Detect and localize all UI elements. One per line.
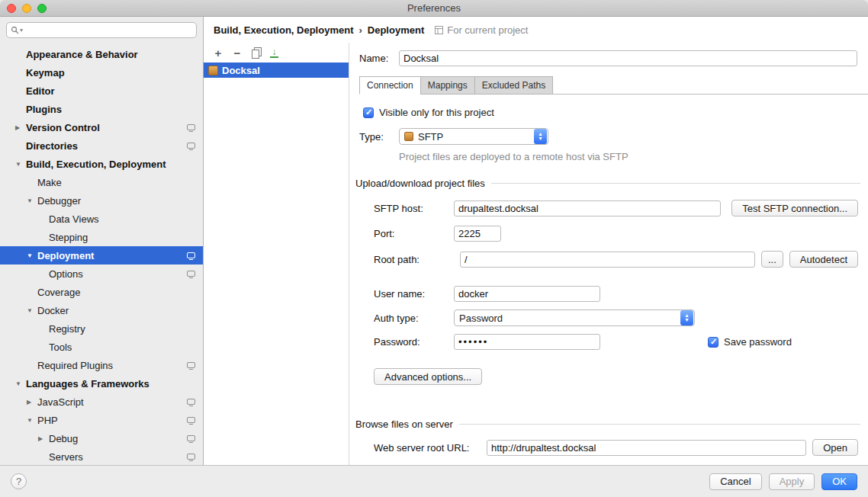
sidebar-item-directories[interactable]: Directories xyxy=(0,136,203,155)
chevron-down-icon[interactable]: ▼ xyxy=(14,161,26,168)
tab-mappings[interactable]: Mappings xyxy=(420,76,475,95)
chevron-right-icon[interactable]: ▶ xyxy=(14,124,26,131)
user-name-input[interactable] xyxy=(454,286,600,302)
breadcrumb-current: Deployment xyxy=(368,24,424,36)
breadcrumb-parent[interactable]: Build, Execution, Deployment xyxy=(214,24,353,36)
project-level-icon xyxy=(187,399,195,405)
project-level-icon xyxy=(187,435,195,441)
sidebar-item-build-execution-deployment[interactable]: ▼Build, Execution, Deployment xyxy=(0,155,203,173)
sidebar-item-appearance-behavior[interactable]: Appearance & Behavior xyxy=(0,45,203,63)
sidebar-item-javascript[interactable]: ▶JavaScript xyxy=(0,393,203,411)
chevron-down-icon[interactable]: ▼ xyxy=(25,417,37,424)
search-input[interactable]: ▾ xyxy=(6,22,197,38)
sidebar-item-label: Keymap xyxy=(26,67,65,79)
sidebar-item-label: Deployment xyxy=(37,250,94,261)
sidebar-item-docker[interactable]: ▼Docker xyxy=(0,301,203,319)
type-select[interactable]: SFTP xyxy=(399,128,548,145)
test-sftp-connection-button[interactable]: Test SFTP connection... xyxy=(731,200,858,216)
sidebar-item-label: Plugins xyxy=(26,104,62,115)
port-input[interactable] xyxy=(454,226,501,242)
traffic-lights xyxy=(7,4,47,13)
breadcrumb-separator: › xyxy=(358,24,362,36)
search-history-caret-icon[interactable]: ▾ xyxy=(20,27,23,34)
visible-only-checkbox[interactable] xyxy=(363,107,374,118)
browse-root-button[interactable]: ... xyxy=(761,251,783,268)
server-list-item-docksal[interactable]: Docksal xyxy=(204,63,349,78)
import-icon[interactable]: ↓ xyxy=(270,48,278,58)
port-label: Port: xyxy=(374,228,454,239)
minimize-button[interactable] xyxy=(22,4,31,13)
config-tabs: ConnectionMappingsExcluded Paths xyxy=(359,76,868,95)
root-path-input[interactable] xyxy=(460,252,755,268)
advanced-options-button[interactable]: Advanced options... xyxy=(374,368,482,385)
apply-button[interactable]: Apply xyxy=(769,473,815,490)
sidebar-item-label: Version Control xyxy=(26,122,100,133)
name-input[interactable] xyxy=(399,50,857,66)
autodetect-button[interactable]: Autodetect xyxy=(789,251,858,268)
sidebar-item-editor[interactable]: Editor xyxy=(0,82,203,100)
sidebar-item-version-control[interactable]: ▶Version Control xyxy=(0,118,203,136)
chevron-right-icon[interactable]: ▶ xyxy=(25,399,37,406)
sidebar-item-languages-frameworks[interactable]: ▼Languages & Frameworks xyxy=(0,374,203,393)
sidebar-item-tools[interactable]: Tools xyxy=(0,338,203,356)
sidebar-item-plugins[interactable]: Plugins xyxy=(0,100,203,118)
sidebar-item-servers[interactable]: Servers xyxy=(0,447,203,465)
dialog-footer: ? Cancel Apply OK xyxy=(0,465,868,497)
sidebar-item-debugger[interactable]: ▼Debugger xyxy=(0,191,203,210)
web-root-input[interactable] xyxy=(487,440,806,456)
sidebar-item-label: Stepping xyxy=(49,232,88,243)
sidebar-item-required-plugins[interactable]: Required Plugins xyxy=(0,356,203,374)
chevron-down-icon[interactable]: ▼ xyxy=(14,380,26,387)
type-label: Type: xyxy=(359,131,399,143)
help-button[interactable]: ? xyxy=(11,473,27,489)
password-input[interactable] xyxy=(454,334,600,350)
project-level-icon xyxy=(187,252,195,258)
sidebar-item-options[interactable]: Options xyxy=(0,265,203,283)
for-current-project-label: For current project xyxy=(447,24,528,36)
sidebar-item-deployment[interactable]: ▼Deployment xyxy=(0,246,203,265)
browse-section-label: Browse files on server xyxy=(355,418,453,430)
tab-connection[interactable]: Connection xyxy=(359,76,421,95)
chevron-down-icon[interactable]: ▼ xyxy=(25,197,37,204)
save-password-label: Save password xyxy=(724,336,792,348)
deployment-form: Name: ConnectionMappingsExcluded Paths V… xyxy=(349,43,868,465)
sidebar-item-data-views[interactable]: Data Views xyxy=(0,210,203,228)
settings-sidebar: ▾ Appearance & BehaviorKeymapEditorPlugi… xyxy=(0,17,204,465)
name-label: Name: xyxy=(359,53,399,64)
sftp-host-input[interactable] xyxy=(454,200,721,216)
sidebar-item-keymap[interactable]: Keymap xyxy=(0,63,203,82)
ok-button[interactable]: OK xyxy=(821,473,857,490)
sidebar-item-label: Appearance & Behavior xyxy=(26,49,138,60)
cancel-button[interactable]: Cancel xyxy=(709,473,761,490)
copy-icon[interactable] xyxy=(251,47,262,58)
close-button[interactable] xyxy=(7,4,16,13)
sidebar-item-debug[interactable]: ▶Debug xyxy=(0,429,203,447)
type-help-text: Project files are deployed to a remote h… xyxy=(399,151,868,162)
open-button[interactable]: Open xyxy=(812,439,858,456)
sidebar-item-stepping[interactable]: Stepping xyxy=(0,228,203,246)
save-password-checkbox[interactable] xyxy=(708,337,719,348)
sidebar-item-php[interactable]: ▼PHP xyxy=(0,411,203,429)
breadcrumb: Build, Execution, Deployment › Deploymen… xyxy=(204,17,868,43)
server-panel: + − ↓ Docksal xyxy=(204,43,349,465)
sidebar-item-coverage[interactable]: Coverage xyxy=(0,283,203,301)
chevron-down-icon[interactable]: ▼ xyxy=(25,307,37,314)
auth-type-select[interactable]: Password xyxy=(454,309,695,326)
add-icon[interactable]: + xyxy=(213,47,223,58)
sidebar-item-label: Tools xyxy=(49,341,72,353)
server-toolbar: + − ↓ xyxy=(204,43,349,63)
sidebar-item-label: Make xyxy=(37,177,62,188)
titlebar[interactable]: Preferences xyxy=(0,0,868,17)
chevron-right-icon[interactable]: ▶ xyxy=(37,435,49,442)
zoom-button[interactable] xyxy=(37,4,47,13)
chevron-down-icon[interactable]: ▼ xyxy=(25,252,37,259)
project-level-icon xyxy=(187,143,195,149)
remove-icon[interactable]: − xyxy=(232,47,243,58)
sftp-icon xyxy=(404,132,413,141)
tab-excluded-paths[interactable]: Excluded Paths xyxy=(474,76,553,95)
web-root-label: Web server root URL: xyxy=(374,442,481,454)
password-label: Password: xyxy=(374,336,454,348)
sidebar-item-registry[interactable]: Registry xyxy=(0,319,203,338)
sidebar-item-make[interactable]: Make xyxy=(0,173,203,191)
dropdown-stepper-icon xyxy=(534,129,547,144)
